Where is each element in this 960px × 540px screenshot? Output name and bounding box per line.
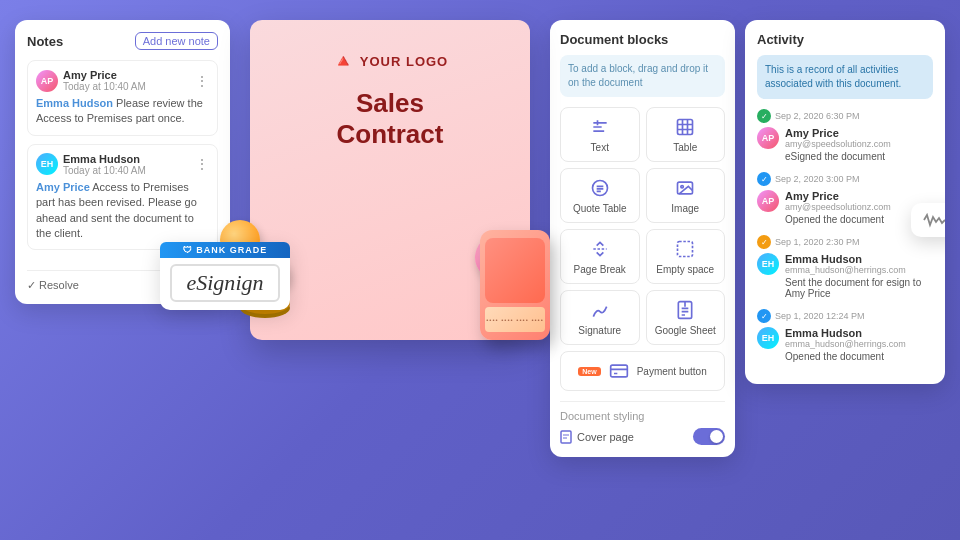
check-3: ✓ [757, 235, 771, 249]
block-page-break[interactable]: Page Break [560, 229, 640, 284]
google-sheet-icon [675, 299, 695, 321]
act-action-1: eSigned the document [785, 151, 933, 162]
esign-logo: eSignign [170, 264, 280, 302]
svg-rect-3 [678, 120, 693, 135]
bank-grade-banner: 🛡 BANK GRADE [160, 242, 290, 258]
block-payment-button[interactable]: New Payment button [560, 351, 725, 391]
doc-blocks-title: Document blocks [560, 32, 725, 47]
toggle-knob [710, 430, 723, 443]
activity-user-row-4: EH Emma Hudson emma_hudson@herrings.com … [757, 327, 933, 362]
doc-styling-title: Document styling [560, 410, 725, 422]
note-user-row-1: AP Amy Price Today at 10:40 AM ⋮ [36, 69, 209, 92]
block-signature-label: Signature [578, 325, 621, 336]
table-icon [675, 116, 695, 138]
document-center: 🛡 BANK GRADE eSignign 🔺 YOUR LOGO SalesC… [240, 20, 540, 340]
block-empty-label: Empty space [656, 264, 714, 275]
doc-blocks-panel: Document blocks To add a block, drag and… [550, 20, 735, 457]
block-text[interactable]: Text [560, 107, 640, 162]
check-4: ✓ [757, 309, 771, 323]
note-user-info-2: EH Emma Hudson Today at 10:40 AM [36, 153, 146, 176]
block-text-label: Text [591, 142, 609, 153]
resolve-button[interactable]: ✓ Resolve [27, 279, 79, 292]
block-google-sheet[interactable]: Google Sheet [646, 290, 726, 345]
page-break-icon [590, 238, 610, 260]
check-2: ✓ [757, 172, 771, 186]
activity-wave-icon [923, 211, 945, 229]
new-badge: New [578, 367, 600, 376]
avatar-act-2: AP [757, 190, 779, 212]
block-image-label: Image [671, 203, 699, 214]
act-user-2: Amy Price [785, 190, 933, 202]
avatar-act-4: EH [757, 327, 779, 349]
activity-user-row-3: EH Emma Hudson emma_hudson@herrings.com … [757, 253, 933, 299]
cover-page-row: Cover page [560, 428, 725, 445]
activity-user-row-2: AP Amy Price amy@speedsolutionz.com Open… [757, 190, 933, 225]
activity-time-1: ✓ Sep 2, 2020 6:30 PM [757, 109, 933, 123]
notes-title: Notes [27, 34, 63, 49]
svg-rect-24 [561, 431, 571, 443]
act-action-4: Opened the document [785, 351, 933, 362]
block-page-break-label: Page Break [574, 264, 626, 275]
block-google-sheet-label: Google Sheet [655, 325, 716, 336]
note-text-1: Emma Hudson Please review the Access to … [36, 96, 209, 127]
check-1: ✓ [757, 109, 771, 123]
activity-item-4: ✓ Sep 1, 2020 12:24 PM EH Emma Hudson em… [757, 309, 933, 362]
block-payment-label: Payment button [637, 366, 707, 377]
act-user-4: Emma Hudson [785, 327, 933, 339]
svg-point-13 [681, 186, 684, 189]
block-empty-space[interactable]: Empty space [646, 229, 726, 284]
block-signature[interactable]: Signature [560, 290, 640, 345]
note-user-info-1: AP Amy Price Today at 10:40 AM [36, 69, 146, 92]
phone-card: •••• •••• •••• •••• [485, 307, 545, 332]
avatar-act-1: AP [757, 127, 779, 149]
logo-text: YOUR LOGO [360, 54, 448, 69]
activity-time-2: ✓ Sep 2, 2020 3:00 PM [757, 172, 933, 186]
avatar-amy-1: AP [36, 70, 58, 92]
activity-time-3: ✓ Sep 1, 2020 2:30 PM [757, 235, 933, 249]
block-image[interactable]: Image [646, 168, 726, 223]
doc-title: SalesContract [337, 88, 444, 150]
note-text-2: Amy Price Access to Premises part has be… [36, 180, 209, 242]
act-user-1: Amy Price [785, 127, 933, 139]
svg-rect-21 [610, 365, 627, 377]
note-username-2: Emma Hudson [63, 153, 146, 165]
block-table[interactable]: Table [646, 107, 726, 162]
block-quote-table[interactable]: Quote Table [560, 168, 640, 223]
activity-title: Activity [757, 32, 933, 47]
bank-grade-badge: 🛡 BANK GRADE eSignign [160, 242, 290, 310]
note-username-1: Amy Price [63, 69, 146, 81]
activity-item-3: ✓ Sep 1, 2020 2:30 PM EH Emma Hudson emm… [757, 235, 933, 299]
note-menu-1[interactable]: ⋮ [195, 73, 209, 89]
note-mention-2: Amy Price [36, 181, 90, 193]
act-email-3: emma_hudson@herrings.com [785, 265, 933, 275]
activity-user-row-1: AP Amy Price amy@speedsolutionz.com eSig… [757, 127, 933, 162]
empty-space-icon [675, 238, 695, 260]
cover-page-text: Cover page [577, 431, 634, 443]
activity-item-1: ✓ Sep 2, 2020 6:30 PM AP Amy Price amy@s… [757, 109, 933, 162]
doc-styling-section: Document styling Cover page [560, 401, 725, 445]
blocks-grid: Text Table [560, 107, 725, 391]
main-layout: Notes Add new note AP Amy Price Today at… [0, 0, 960, 540]
act-user-3: Emma Hudson [785, 253, 933, 265]
note-menu-2[interactable]: ⋮ [195, 156, 209, 172]
act-email-4: emma_hudson@herrings.com [785, 339, 933, 349]
notes-header: Notes Add new note [27, 32, 218, 50]
note-item-1: AP Amy Price Today at 10:40 AM ⋮ Emma Hu… [27, 60, 218, 136]
note-time-1: Today at 10:40 AM [63, 81, 146, 92]
activity-panel: Activity This is a record of all activit… [745, 20, 945, 384]
quote-table-icon [590, 177, 610, 199]
add-note-button[interactable]: Add new note [135, 32, 218, 50]
drag-hint: To add a block, drag and drop it on the … [560, 55, 725, 97]
phone-decoration: •••• •••• •••• •••• [480, 230, 550, 340]
activity-info-1: Amy Price amy@speedsolutionz.com eSigned… [785, 127, 933, 162]
activity-info-4: Emma Hudson emma_hudson@herrings.com Ope… [785, 327, 933, 362]
image-icon [675, 177, 695, 199]
avatar-act-3: EH [757, 253, 779, 275]
payment-icon [609, 360, 629, 382]
svg-rect-15 [678, 242, 693, 257]
cover-page-toggle[interactable] [693, 428, 725, 445]
act-email-1: amy@speedsolutionz.com [785, 139, 933, 149]
block-quote-label: Quote Table [573, 203, 627, 214]
block-table-label: Table [673, 142, 697, 153]
activity-time-4: ✓ Sep 1, 2020 12:24 PM [757, 309, 933, 323]
